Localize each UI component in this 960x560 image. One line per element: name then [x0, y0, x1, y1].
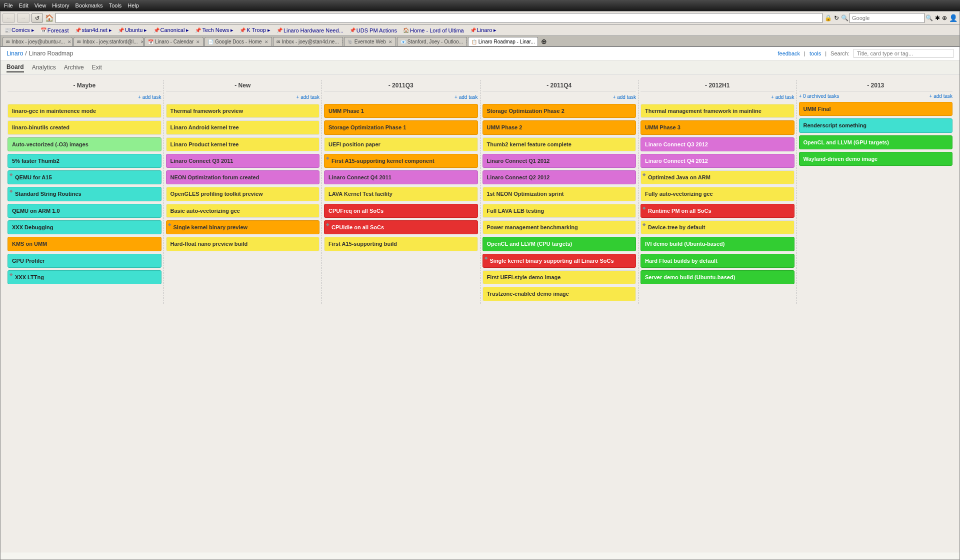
tab-stanford-outlook-close[interactable]: ✕: [466, 39, 467, 44]
bookmark-ubuntu[interactable]: 📌 Ubuntu ▸: [116, 26, 150, 34]
card-cpuidle[interactable]: ◆ CPUIdle on all SoCs: [324, 220, 478, 234]
tab-inbox-ubuntu-close[interactable]: ✕: [68, 39, 72, 44]
bookmark-linaro[interactable]: 📌 Linaro ▸: [468, 26, 499, 34]
board-nav-board[interactable]: Board: [6, 62, 24, 72]
board-nav-archive[interactable]: Archive: [64, 63, 84, 72]
tab-evernote-close[interactable]: ✕: [388, 39, 392, 44]
browser-search-input[interactable]: [850, 13, 924, 23]
card-first-uefi-demo[interactable]: First UEFI-style demo image: [482, 270, 636, 284]
tab-google-docs-close[interactable]: ✕: [264, 39, 268, 44]
board-nav-exit[interactable]: Exit: [92, 63, 102, 72]
tab-inbox-stan4d[interactable]: ✉ Inbox - joey@stan4d.ne... ✕: [273, 37, 343, 46]
card-java-arm[interactable]: ◆ Optimized Java on ARM: [640, 170, 794, 184]
card-hard-float[interactable]: Hard Float builds by default: [640, 254, 794, 268]
star-icon[interactable]: ✱: [935, 14, 940, 21]
card-connect-q2-2012[interactable]: Linaro Connect Q2 2012: [482, 170, 636, 184]
card-single-kernel-all[interactable]: ◆ Single kernel binary supporting all Li…: [482, 254, 636, 268]
card-xxx-debugging[interactable]: XXX Debugging: [8, 220, 162, 234]
card-thermal-preview[interactable]: Thermal framework preview: [166, 104, 320, 118]
back-button[interactable]: ←: [2, 13, 15, 23]
reload-button[interactable]: ↺: [32, 13, 43, 23]
card-uefi-paper[interactable]: UEFI position paper: [324, 137, 478, 151]
address-bar[interactable]: http://linaro.kanbantool.com/boards/8991: [56, 13, 822, 23]
tools-link[interactable]: tools: [810, 50, 821, 56]
bookmark-linaro-hw[interactable]: 📌 Linaro Hardware Need...: [274, 27, 346, 34]
menu-bookmarks[interactable]: Bookmarks: [76, 2, 103, 8]
card-kms-umm[interactable]: KMS on UMM: [8, 237, 162, 251]
card-neon-forum[interactable]: NEON Optimization forum created: [166, 170, 320, 184]
col-add-2013[interactable]: + add task: [930, 93, 952, 99]
user-icon[interactable]: 👤: [949, 14, 958, 22]
breadcrumb-root[interactable]: Linaro: [6, 50, 23, 57]
card-opencl-gpu[interactable]: OpenCL and LLVM (GPU targets): [799, 135, 953, 149]
tab-linaro-roadmap-close[interactable]: ✕: [538, 39, 538, 44]
tab-calendar-close[interactable]: ✕: [196, 39, 200, 44]
card-connect-q4-2012[interactable]: Linaro Connect Q4 2012: [640, 154, 794, 168]
card-qemu-arm[interactable]: QEMU on ARM 1.0: [8, 204, 162, 218]
card-umm-final[interactable]: UMM Final: [799, 102, 953, 116]
col-add-2011q3[interactable]: + add task: [324, 93, 478, 101]
bookmark-comics[interactable]: 📰 Comics ▸: [2, 26, 36, 34]
card-lava-kernel[interactable]: LAVA Kernel Test facility: [324, 187, 478, 201]
tab-inbox-stan4d-close[interactable]: ✕: [342, 39, 343, 44]
tab-stanford-outlook[interactable]: 📧 Stanford, Joey - Outloo... ✕: [397, 37, 467, 46]
tab-inbox-stanford-close[interactable]: ✕: [140, 39, 144, 44]
col-archived-label[interactable]: + 0 archived tasks: [799, 93, 840, 99]
card-product-kernel[interactable]: Linaro Product kernel tree: [166, 137, 320, 151]
bookmark-ktroop[interactable]: 📌 K Troop ▸: [238, 26, 272, 34]
card-cpufreq[interactable]: CPUFreq on all SoCs: [324, 204, 478, 218]
tab-evernote[interactable]: 🐘 Evernote Web ✕: [344, 37, 396, 46]
card-storage-phase2[interactable]: Storage Optimization Phase 2: [482, 104, 636, 118]
bookmark-stan4d[interactable]: 📌 stan4d.net ▸: [73, 26, 114, 34]
col-add-2011q4[interactable]: + add task: [482, 93, 636, 101]
menu-file[interactable]: File: [4, 2, 13, 8]
card-auto-vectorized[interactable]: Auto-vectorized (-O3) images: [8, 137, 162, 151]
card-qemu-a15[interactable]: ◆ QEMU for A15: [8, 170, 162, 184]
bookmark-forecast[interactable]: 📅 Forecast: [38, 27, 71, 34]
card-ivi-demo[interactable]: IVI demo build (Ubuntu-based): [640, 237, 794, 251]
bookmark-ultima[interactable]: 🏠 Home - Lord of Ultima: [401, 27, 466, 34]
col-add-new[interactable]: + add task: [166, 93, 320, 101]
nav-extra-icon[interactable]: ⊕: [942, 14, 947, 21]
card-5pct-thumb2[interactable]: 5% faster Thumb2: [8, 154, 162, 168]
card-thermal-mainline[interactable]: Thermal management framework in mainline: [640, 104, 794, 118]
tab-linaro-roadmap[interactable]: 📋 Linaro Roadmap - Linar... ✕: [468, 37, 538, 46]
menu-help[interactable]: Help: [128, 2, 139, 8]
card-basic-vectorizing[interactable]: Basic auto-vectorizing gcc: [166, 204, 320, 218]
card-connect-q3-2012[interactable]: Linaro Connect Q3 2012: [640, 137, 794, 151]
menu-history[interactable]: History: [52, 2, 69, 8]
board-nav-analytics[interactable]: Analytics: [32, 63, 56, 72]
col-add-maybe[interactable]: + add task: [8, 93, 162, 101]
tab-google-docs[interactable]: 📄 Google Docs - Home ✕: [204, 37, 272, 46]
card-linaro-gcc[interactable]: linaro-gcc in maintenence mode: [8, 104, 162, 118]
bookmark-technews[interactable]: 📌 Tech News ▸: [193, 26, 236, 34]
card-device-tree[interactable]: ◆ Device-tree by default: [640, 220, 794, 234]
card-wayland-demo[interactable]: Wayland-driven demo image: [799, 152, 953, 166]
menu-tools[interactable]: Tools: [109, 2, 122, 8]
card-storage-phase1[interactable]: Storage Optimization Phase 1: [324, 120, 478, 134]
card-hardfloat-nano[interactable]: Hard-float nano preview build: [166, 237, 320, 251]
card-thumb2-feature[interactable]: Thumb2 kernel feature complete: [482, 137, 636, 151]
menu-view[interactable]: View: [34, 2, 46, 8]
board-search-input[interactable]: [854, 49, 954, 58]
card-first-a15-kernel[interactable]: ◆ First A15-supporting kernel component: [324, 154, 478, 168]
new-tab-button[interactable]: ⊕: [539, 37, 549, 45]
card-connect-q4-2011[interactable]: Linaro Connect Q4 2011: [324, 170, 478, 184]
card-1st-neon[interactable]: 1st NEON Optimization sprint: [482, 187, 636, 201]
card-fully-auto-vec[interactable]: Fully auto-vectorizing gcc: [640, 187, 794, 201]
card-full-lava[interactable]: Full LAVA LEB testing: [482, 204, 636, 218]
card-renderscript[interactable]: Renderscript something: [799, 118, 953, 132]
card-connect-q3-2011[interactable]: Linaro Connect Q3 2011: [166, 154, 320, 168]
card-opengles-toolkit[interactable]: OpenGLES profiling toolkit preview: [166, 187, 320, 201]
card-server-demo[interactable]: Server demo build (Ubuntu-based): [640, 270, 794, 284]
card-first-a15-build[interactable]: First A15-supporting build: [324, 237, 478, 251]
tab-inbox-stanford[interactable]: ✉ Inbox - joey.stanford@l... ✕: [74, 37, 144, 46]
card-runtime-pm[interactable]: ◆ Runtime PM on all SoCs: [640, 204, 794, 218]
card-android-kernel[interactable]: Linaro Android kernel tree: [166, 120, 320, 134]
tab-inbox-ubuntu[interactable]: ✉ Inbox - joey@ubuntu-r... ✕: [2, 37, 72, 46]
card-umm-phase2[interactable]: UMM Phase 2: [482, 120, 636, 134]
card-opencl-cpu[interactable]: OpenCL and LLVM (CPU targets): [482, 237, 636, 251]
home-icon[interactable]: 🏠: [45, 14, 54, 22]
card-gpu-profiler[interactable]: GPU Profiler: [8, 254, 162, 268]
bookmark-uds[interactable]: 📌 UDS PM Actions: [348, 27, 399, 34]
